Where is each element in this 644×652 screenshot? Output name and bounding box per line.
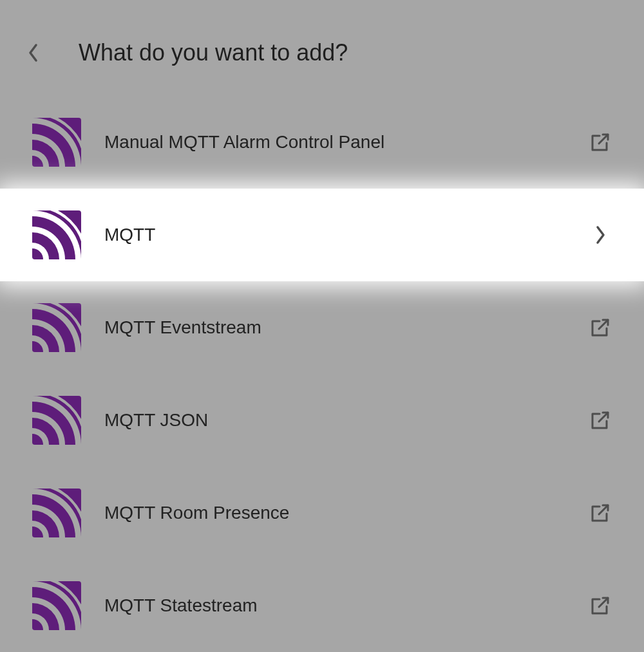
open-external-icon[interactable] bbox=[589, 594, 612, 617]
list-item[interactable]: MQTT Eventstream bbox=[0, 281, 644, 374]
back-button[interactable] bbox=[19, 39, 48, 67]
dialog-title: What do you want to add? bbox=[79, 39, 348, 66]
list-item-label: MQTT Eventstream bbox=[104, 317, 589, 338]
dialog-header: What do you want to add? bbox=[0, 0, 644, 96]
chevron-left-icon bbox=[28, 43, 39, 62]
open-external-icon[interactable] bbox=[589, 316, 612, 339]
list-item-label: MQTT Statestream bbox=[104, 595, 589, 616]
mqtt-logo-icon bbox=[32, 396, 81, 445]
list-item[interactable]: MQTT JSON bbox=[0, 374, 644, 467]
list-item-label: MQTT JSON bbox=[104, 410, 589, 431]
open-external-icon[interactable] bbox=[589, 409, 612, 432]
open-external-icon[interactable] bbox=[589, 131, 612, 154]
chevron-right-icon[interactable] bbox=[589, 223, 612, 247]
list-item[interactable]: MQTT bbox=[0, 189, 644, 281]
integration-list: Manual MQTT Alarm Control Panel MQTT bbox=[0, 96, 644, 652]
mqtt-logo-icon bbox=[32, 489, 81, 537]
mqtt-logo-icon bbox=[32, 210, 81, 259]
mqtt-logo-icon bbox=[32, 581, 81, 630]
list-item-label: MQTT Room Presence bbox=[104, 503, 589, 523]
dialog-container: What do you want to add? Manual MQTT Ala… bbox=[0, 0, 644, 652]
mqtt-logo-icon bbox=[32, 118, 81, 167]
list-item[interactable]: Manual MQTT Alarm Control Panel bbox=[0, 96, 644, 189]
list-item[interactable]: MQTT Room Presence bbox=[0, 467, 644, 559]
list-item-label: Manual MQTT Alarm Control Panel bbox=[104, 132, 589, 153]
open-external-icon[interactable] bbox=[589, 501, 612, 525]
list-item[interactable]: MQTT Statestream bbox=[0, 559, 644, 652]
list-item-label: MQTT bbox=[104, 225, 589, 245]
mqtt-logo-icon bbox=[32, 303, 81, 352]
